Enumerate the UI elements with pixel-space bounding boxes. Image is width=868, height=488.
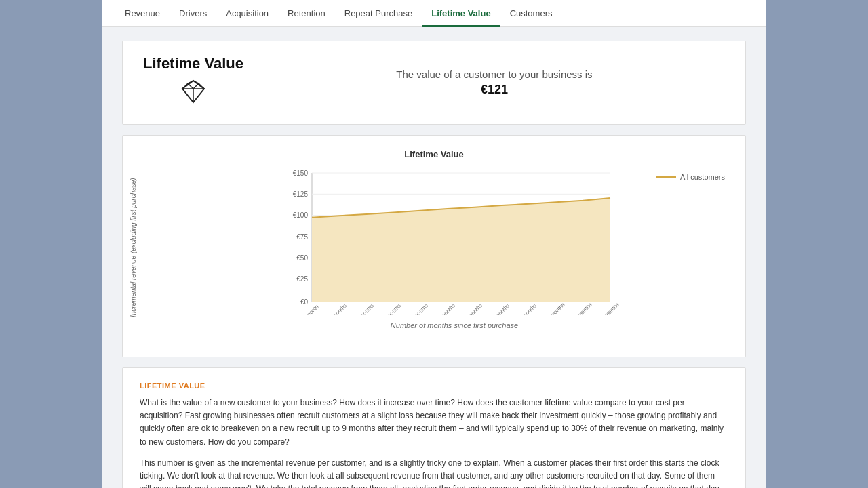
nav-item-repeat-purchase[interactable]: Repeat Purchase — [335, 0, 422, 27]
info-paragraph-1: What is the value of a new customer to y… — [140, 396, 728, 449]
nav-bar: RevenueDriversAcquisitionRetentionRepeat… — [102, 0, 766, 27]
svg-text:9 months: 9 months — [517, 302, 538, 315]
svg-text:11 months: 11 months — [571, 302, 593, 315]
header-card: Lifetime Value The value of a customer t… — [122, 41, 746, 125]
page-title: Lifetime Value — [143, 55, 243, 73]
svg-text:6 months: 6 months — [436, 302, 456, 315]
chart-card: Lifetime Value Incremental revenue (excl… — [122, 135, 746, 357]
svg-text:2 months: 2 months — [328, 302, 348, 315]
main-content: Lifetime Value The value of a customer t… — [102, 27, 766, 488]
nav-item-acquisition[interactable]: Acquisition — [216, 0, 278, 27]
svg-text:12 months: 12 months — [598, 302, 620, 315]
chart-legend: All customers — [656, 173, 725, 181]
svg-text:€125: €125 — [293, 190, 309, 198]
legend-label: All customers — [680, 173, 725, 181]
svg-text:€25: €25 — [296, 275, 308, 283]
svg-text:€0: €0 — [300, 298, 309, 306]
svg-text:€50: €50 — [296, 254, 308, 262]
section-label: LIFETIME VALUE — [140, 382, 728, 390]
svg-text:€100: €100 — [293, 211, 309, 219]
chart-svg: €150 €125 €100 €75 €50 €25 €0 1 month 2 — [170, 166, 738, 315]
legend-line — [656, 176, 676, 178]
svg-text:8 months: 8 months — [490, 302, 511, 315]
nav-item-retention[interactable]: Retention — [278, 0, 335, 27]
svg-text:5 months: 5 months — [409, 302, 429, 315]
svg-text:€75: €75 — [296, 233, 308, 241]
svg-text:€150: €150 — [293, 169, 309, 177]
nav-item-revenue[interactable]: Revenue — [115, 0, 170, 27]
info-paragraph-2: This number is given as the incremental … — [140, 457, 728, 488]
chart-area: Incremental revenue (excluding first pur… — [130, 166, 738, 329]
nav-item-customers[interactable]: Customers — [500, 0, 562, 27]
nav-item-lifetime-value[interactable]: Lifetime Value — [422, 0, 500, 27]
svg-text:3 months: 3 months — [355, 302, 375, 315]
svg-text:7 months: 7 months — [463, 302, 484, 315]
diamond-icon — [180, 78, 207, 110]
nav-item-drivers[interactable]: Drivers — [170, 0, 216, 27]
header-subtitle: The value of a customer to your business… — [264, 68, 725, 97]
chart-title: Lifetime Value — [130, 149, 738, 159]
svg-text:4 months: 4 months — [382, 302, 402, 315]
chart-container: All customers — [170, 166, 738, 329]
x-axis-label: Number of months since first purchase — [170, 321, 738, 329]
ltv-value: €121 — [264, 83, 725, 97]
info-card: LIFETIME VALUE What is the value of a ne… — [122, 367, 746, 488]
svg-marker-17 — [312, 198, 610, 302]
y-axis-label: Incremental revenue (excluding first pur… — [130, 166, 170, 329]
header-left: Lifetime Value — [143, 55, 243, 110]
page-wrapper: RevenueDriversAcquisitionRetentionRepeat… — [102, 0, 766, 488]
svg-text:10 months: 10 months — [544, 302, 566, 315]
